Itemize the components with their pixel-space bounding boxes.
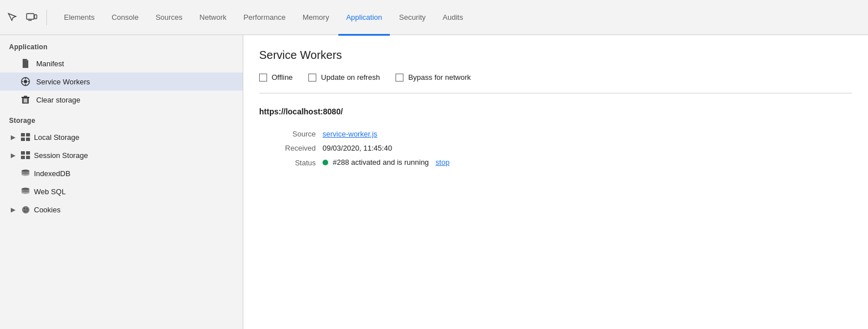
sidebar-item-service-workers[interactable]: Service Workers xyxy=(0,72,243,91)
offline-checkbox[interactable] xyxy=(259,74,267,82)
nav-icon-group xyxy=(5,10,47,25)
service-workers-icon xyxy=(20,76,31,87)
sidebar-item-clear-storage[interactable]: Clear storage xyxy=(0,91,243,109)
stop-link[interactable]: stop xyxy=(436,158,450,166)
bypass-for-network-checkbox[interactable] xyxy=(396,74,403,82)
received-value: 09/03/2020, 11:45:40 xyxy=(323,144,852,152)
sidebar-item-cookies[interactable]: ▶ Cookies xyxy=(0,200,243,219)
svg-point-22 xyxy=(24,208,25,209)
bypass-for-network-label: Bypass for network xyxy=(408,73,471,82)
web-sql-label: Web SQL xyxy=(34,187,66,196)
indexeddb-label: IndexedDB xyxy=(34,169,70,178)
cookies-icon xyxy=(20,204,31,215)
tab-network[interactable]: Network xyxy=(192,1,235,36)
main-body: Application Manifest Service Workers xyxy=(0,35,868,329)
divider xyxy=(259,93,852,93)
received-label: Received xyxy=(259,144,316,152)
sidebar-item-indexeddb[interactable]: ▶ IndexedDB xyxy=(0,164,243,182)
indexeddb-icon xyxy=(20,168,31,178)
status-text: #288 activated and is running xyxy=(333,158,429,166)
worker-origin: https://localhost:8080/ xyxy=(259,107,852,116)
cookies-label: Cookies xyxy=(34,206,61,214)
svg-rect-7 xyxy=(22,97,29,98)
checkbox-bypass-for-network[interactable]: Bypass for network xyxy=(396,73,471,82)
source-value: service-worker.js xyxy=(323,130,852,138)
top-nav: Elements Console Sources Network Perform… xyxy=(0,0,868,35)
clear-storage-label: Clear storage xyxy=(36,96,80,104)
svg-point-23 xyxy=(27,208,28,210)
source-label: Source xyxy=(259,130,316,138)
sidebar-item-local-storage[interactable]: ▶ Local Storage xyxy=(0,128,243,146)
status-label: Status xyxy=(259,159,316,167)
checkbox-row: Offline Update on refresh Bypass for net… xyxy=(259,73,852,82)
nav-tabs: Elements Console Sources Network Perform… xyxy=(56,0,471,35)
svg-rect-11 xyxy=(21,133,25,136)
service-workers-label: Service Workers xyxy=(36,78,90,86)
svg-rect-17 xyxy=(21,156,25,159)
sidebar-section-storage: Storage xyxy=(0,109,243,128)
svg-point-4 xyxy=(24,80,27,83)
svg-point-25 xyxy=(27,211,27,211)
cookies-arrow: ▶ xyxy=(9,206,17,213)
svg-rect-14 xyxy=(26,138,30,141)
svg-rect-18 xyxy=(26,156,30,159)
sidebar-item-manifest[interactable]: Manifest xyxy=(0,54,243,72)
content-panel: Service Workers Offline Update on refres… xyxy=(243,35,868,329)
checkbox-update-on-refresh[interactable]: Update on refresh xyxy=(308,73,380,82)
svg-point-21 xyxy=(22,206,29,213)
svg-rect-1 xyxy=(35,15,37,19)
svg-point-24 xyxy=(24,211,25,212)
clear-storage-icon xyxy=(20,95,31,105)
worker-detail-grid: Source service-worker.js Received 09/03/… xyxy=(259,130,852,167)
session-storage-label: Session Storage xyxy=(34,151,88,160)
svg-rect-0 xyxy=(27,14,34,19)
svg-rect-13 xyxy=(21,138,25,141)
tab-sources[interactable]: Sources xyxy=(148,1,191,36)
manifest-label: Manifest xyxy=(36,59,64,68)
local-storage-icon xyxy=(20,132,31,142)
device-icon[interactable] xyxy=(24,10,40,25)
tab-performance[interactable]: Performance xyxy=(235,1,293,36)
update-on-refresh-checkbox[interactable] xyxy=(308,74,316,82)
checkbox-offline[interactable]: Offline xyxy=(259,73,293,82)
tab-elements[interactable]: Elements xyxy=(56,1,102,36)
tab-console[interactable]: Console xyxy=(104,1,147,36)
status-value: #288 activated and is running stop xyxy=(323,158,852,166)
tab-memory[interactable]: Memory xyxy=(295,1,337,36)
update-on-refresh-label: Update on refresh xyxy=(321,73,380,82)
svg-rect-16 xyxy=(26,151,30,155)
svg-rect-15 xyxy=(21,151,25,155)
local-storage-label: Local Storage xyxy=(34,133,79,142)
web-sql-icon xyxy=(20,186,31,196)
tab-security[interactable]: Security xyxy=(391,1,433,36)
svg-rect-12 xyxy=(26,133,30,136)
manifest-icon xyxy=(20,58,31,69)
tab-audits[interactable]: Audits xyxy=(435,1,471,36)
inspect-icon[interactable] xyxy=(5,10,20,25)
sidebar-item-web-sql[interactable]: ▶ Web SQL xyxy=(0,182,243,200)
session-storage-arrow: ▶ xyxy=(9,151,17,159)
tab-application[interactable]: Application xyxy=(338,1,390,36)
sidebar-section-application: Application xyxy=(0,35,243,54)
sidebar: Application Manifest Service Workers xyxy=(0,35,243,329)
status-dot xyxy=(323,160,328,165)
source-file-link[interactable]: service-worker.js xyxy=(323,130,377,138)
local-storage-arrow: ▶ xyxy=(9,133,17,141)
session-storage-icon xyxy=(20,150,31,160)
content-title: Service Workers xyxy=(259,49,852,62)
sidebar-item-session-storage[interactable]: ▶ Session Storage xyxy=(0,146,243,164)
offline-label: Offline xyxy=(272,73,293,82)
